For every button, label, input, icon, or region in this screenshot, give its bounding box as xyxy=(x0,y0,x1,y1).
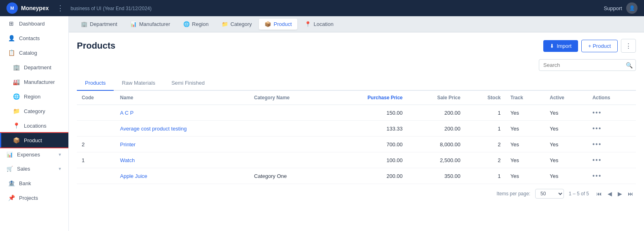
row-actions-button[interactable]: ••• xyxy=(592,172,602,180)
items-per-page-label: Items per page: xyxy=(497,191,530,197)
subnav-category[interactable]: 📁 Category xyxy=(216,19,258,30)
col-active: Active xyxy=(545,91,587,105)
pagination-buttons: ⏮ ◀ ▶ ⏭ xyxy=(594,190,636,198)
subnav-location[interactable]: 📍 Location xyxy=(299,19,339,30)
row-actions-button[interactable]: ••• xyxy=(592,125,602,132)
table-header-row: Code Name Category Name Purchase Price S… xyxy=(77,91,636,105)
search-icon: 🔍 xyxy=(626,62,633,68)
sidebar-label-projects: Projects xyxy=(19,195,38,201)
cell-name: A C P xyxy=(115,105,249,121)
cell-stock: 1 xyxy=(465,105,506,121)
subnav-product[interactable]: 📦 Product xyxy=(259,19,297,30)
sidebar-item-manufacturer[interactable]: 🏭 Manufacturer xyxy=(0,75,68,89)
cell-active: Yes xyxy=(545,168,587,184)
cell-sale-price: 2,500.00 xyxy=(407,152,465,168)
more-options-button[interactable]: ⋮ xyxy=(621,39,636,53)
support-label: Support xyxy=(604,5,622,11)
sidebar-label-catalog: Catalog xyxy=(19,50,37,56)
cell-actions[interactable]: ••• xyxy=(587,168,636,184)
sidebar-item-catalog[interactable]: 📋 Catalog xyxy=(0,45,68,60)
first-page-button[interactable]: ⏮ xyxy=(594,190,604,198)
sidebar-item-dashboard[interactable]: ⊞ Dashboard xyxy=(0,16,68,31)
cell-code xyxy=(77,105,115,121)
table-row: Apple Juice Category One 200.00 350.00 1… xyxy=(77,168,636,184)
sidebar-item-sales[interactable]: 🛒 Sales ▼ xyxy=(0,162,68,176)
cell-stock: 2 xyxy=(465,137,506,152)
logo: M Moneypex xyxy=(6,2,49,14)
sidebar: ⊞ Dashboard 👤 Contacts 📋 Catalog 🏢 Depar… xyxy=(0,16,69,231)
business-title: business of UI (Year End 31/12/2024) xyxy=(70,5,604,11)
search-input[interactable] xyxy=(539,59,636,71)
tab-raw-materials[interactable]: Raw Materials xyxy=(114,76,163,91)
cell-category: Category One xyxy=(249,168,329,184)
row-actions-button[interactable]: ••• xyxy=(592,141,602,148)
table-row: 1 Watch 100.00 2,500.00 2 Yes Yes ••• xyxy=(77,152,636,168)
cell-actions[interactable]: ••• xyxy=(587,137,636,152)
cell-category xyxy=(249,121,329,137)
add-product-button[interactable]: + Product xyxy=(581,40,618,52)
user-avatar[interactable]: 👤 xyxy=(626,2,638,14)
tab-bar: Products Raw Materials Semi Finished xyxy=(77,76,636,91)
cell-active: Yes xyxy=(545,105,587,121)
expenses-icon: 📊 xyxy=(6,152,13,158)
table-row: 2 Printer 700.00 8,000.00 2 Yes Yes ••• xyxy=(77,137,636,152)
row-actions-button[interactable]: ••• xyxy=(592,109,602,116)
cell-purchase-price: 700.00 xyxy=(329,137,407,152)
cell-active: Yes xyxy=(545,121,587,137)
cell-sale-price: 200.00 xyxy=(407,105,465,121)
subnav-region-label: Region xyxy=(192,21,209,27)
last-page-button[interactable]: ⏭ xyxy=(625,190,636,198)
topbar-dots[interactable]: ⋮ xyxy=(57,4,64,13)
sidebar-item-department[interactable]: 🏢 Department xyxy=(0,60,68,75)
sidebar-item-expenses[interactable]: 📊 Expenses ▼ xyxy=(0,148,68,162)
subnav-department[interactable]: 🏢 Department xyxy=(75,19,123,30)
cell-sale-price: 350.00 xyxy=(407,168,465,184)
subnav-region-icon: 🌐 xyxy=(183,21,190,27)
cell-category xyxy=(249,152,329,168)
support-area: Support 👤 xyxy=(604,2,638,14)
sidebar-item-product[interactable]: 📦 Product xyxy=(0,133,68,148)
dashboard-icon: ⊞ xyxy=(8,20,15,27)
sidebar-label-dashboard: Dashboard xyxy=(19,21,45,27)
top-bar: M Moneypex ⋮ business of UI (Year End 31… xyxy=(0,0,644,16)
prev-page-button[interactable]: ◀ xyxy=(605,190,614,198)
cell-stock: 2 xyxy=(465,152,506,168)
bank-icon: 🏦 xyxy=(8,180,15,186)
sidebar-item-bank[interactable]: 🏦 Bank xyxy=(0,176,68,190)
subnav-region[interactable]: 🌐 Region xyxy=(178,19,214,30)
import-button[interactable]: ⬇ Import xyxy=(543,40,578,52)
content-area: 🏢 Department 📊 Manufacturer 🌐 Region 📁 C… xyxy=(69,16,644,231)
sales-chevron-icon: ▼ xyxy=(58,167,62,171)
products-table: Code Name Category Name Purchase Price S… xyxy=(77,91,636,184)
region-icon: 🌐 xyxy=(13,93,20,100)
cell-purchase-price: 133.33 xyxy=(329,121,407,137)
next-page-button[interactable]: ▶ xyxy=(615,190,625,198)
items-per-page-select[interactable]: 50 10 25 100 xyxy=(535,189,564,199)
col-code: Code xyxy=(77,91,115,105)
tab-semi-finished[interactable]: Semi Finished xyxy=(163,76,213,91)
logo-icon: M xyxy=(6,2,18,14)
pagination-bar: Items per page: 50 10 25 100 1 – 5 of 5 … xyxy=(77,184,636,200)
cell-track: Yes xyxy=(506,105,545,121)
table-row: A C P 150.00 200.00 1 Yes Yes ••• xyxy=(77,105,636,121)
tab-products[interactable]: Products xyxy=(77,76,114,91)
subnav-manufacturer[interactable]: 📊 Manufacturer xyxy=(125,19,176,30)
col-category: Category Name xyxy=(249,91,329,105)
cell-actions[interactable]: ••• xyxy=(587,121,636,137)
sidebar-item-locations[interactable]: 📍 Locations xyxy=(0,118,68,133)
row-actions-button[interactable]: ••• xyxy=(592,156,602,164)
cell-purchase-price: 200.00 xyxy=(329,168,407,184)
import-label: Import xyxy=(557,43,572,49)
sidebar-item-category[interactable]: 📁 Category xyxy=(0,104,68,118)
cell-name: Apple Juice xyxy=(115,168,249,184)
sub-nav: 🏢 Department 📊 Manufacturer 🌐 Region 📁 C… xyxy=(69,16,644,32)
col-track: Track xyxy=(506,91,545,105)
cell-actions[interactable]: ••• xyxy=(587,105,636,121)
subnav-manufacturer-icon: 📊 xyxy=(130,21,137,27)
sidebar-item-region[interactable]: 🌐 Region xyxy=(0,89,68,104)
cell-code: 2 xyxy=(77,137,115,152)
sidebar-label-manufacturer: Manufacturer xyxy=(24,79,55,85)
cell-actions[interactable]: ••• xyxy=(587,152,636,168)
sidebar-item-projects[interactable]: 📌 Projects xyxy=(0,190,68,205)
sidebar-item-contacts[interactable]: 👤 Contacts xyxy=(0,31,68,45)
